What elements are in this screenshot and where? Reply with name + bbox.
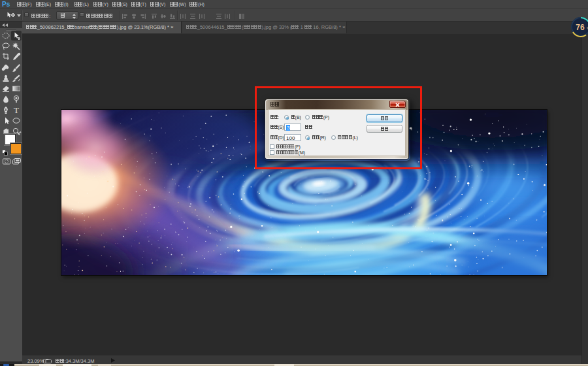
svg-text:T: T (14, 105, 19, 115)
svg-text:76: 76 (576, 23, 585, 32)
